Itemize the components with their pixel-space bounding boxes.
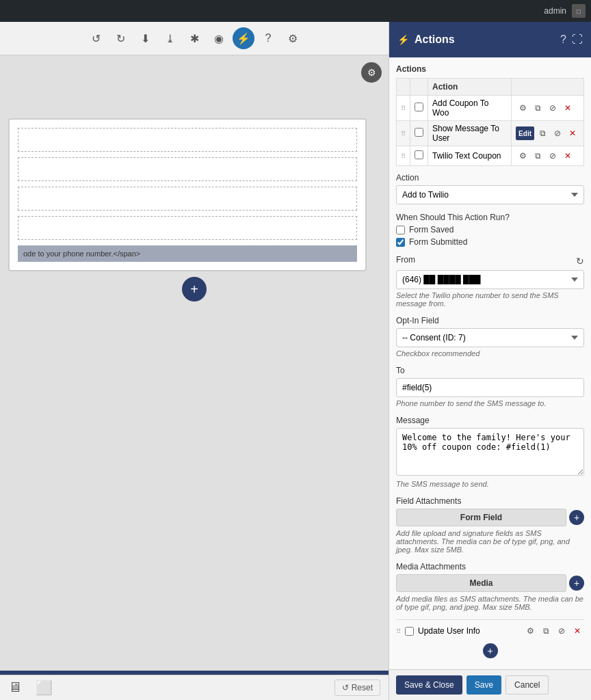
save-button[interactable]: ⬇ bbox=[134, 27, 156, 49]
row1-delete-icon[interactable]: ✕ bbox=[561, 101, 575, 115]
from-header: From ↻ bbox=[396, 255, 584, 267]
panel-header: ⚡ Actions ? ⛶ bbox=[389, 22, 591, 57]
action-select[interactable]: Add to Twilio Send Email Add Coupon To W… bbox=[396, 185, 584, 204]
actions-button[interactable]: ⚡ bbox=[233, 27, 254, 49]
opt-in-field-group: Opt-In Field -- Consent (ID: 7) None Che… bbox=[396, 316, 584, 358]
row2-copy-icon[interactable]: ⧉ bbox=[536, 126, 549, 140]
desktop-icon[interactable]: 🖥 bbox=[8, 679, 22, 696]
row3-copy-icon[interactable]: ⧉ bbox=[531, 149, 544, 163]
admin-label: admin bbox=[544, 6, 566, 16]
row2-checkbox[interactable] bbox=[415, 128, 423, 137]
canvas-content: ⚙ ode to your phone number.</span> + bbox=[0, 55, 389, 671]
form-submitted-label: Form Submitted bbox=[409, 237, 467, 247]
panel-header-icons: ? ⛶ bbox=[560, 33, 583, 46]
to-label: To bbox=[396, 366, 584, 375]
update-user-checkbox[interactable] bbox=[405, 627, 414, 636]
footer-icons: 🖥 ⬜ bbox=[8, 679, 53, 696]
actions-panel: ⚡ Actions ? ⛶ Actions Action bbox=[389, 22, 591, 700]
row3-checkbox[interactable] bbox=[415, 150, 423, 159]
to-input[interactable] bbox=[396, 378, 584, 397]
cancel-button-panel[interactable]: Cancel bbox=[505, 675, 549, 695]
settings-button[interactable]: ✱ bbox=[183, 27, 205, 49]
update-user-label: Update User Info bbox=[418, 626, 519, 636]
field-attachments-hint: Add file upload and signature fields as … bbox=[396, 529, 584, 554]
from-field-group: From ↻ (646) ██ ████ ███ Select the Twil… bbox=[396, 255, 584, 308]
form-saved-checkbox[interactable] bbox=[396, 226, 405, 234]
row3-delete-icon[interactable]: ✕ bbox=[561, 149, 575, 163]
panel-expand-icon[interactable]: ⛶ bbox=[572, 33, 583, 46]
help-button[interactable]: ? bbox=[257, 27, 279, 49]
window-icon[interactable]: □ bbox=[572, 4, 586, 18]
text-content-block: ode to your phone number.</span> bbox=[18, 245, 357, 262]
add-element-button[interactable]: + bbox=[182, 277, 207, 301]
message-textarea[interactable]: Welcome to the family! Here's your 10% o… bbox=[396, 428, 584, 476]
row2-checkbox-cell bbox=[410, 121, 428, 146]
media-button[interactable]: Media bbox=[396, 574, 566, 592]
row-handle-bottom[interactable]: ⠿ bbox=[396, 628, 401, 635]
row1-actions: ⚙ ⧉ ⊘ ✕ bbox=[512, 96, 584, 121]
field-attachments-label: Field Attachments bbox=[396, 496, 584, 506]
row2-disable-icon[interactable]: ⊘ bbox=[551, 126, 564, 140]
update-disable-icon[interactable]: ⊘ bbox=[555, 624, 568, 638]
opt-in-hint: Checkbox recommended bbox=[396, 349, 584, 358]
preferences-button[interactable]: ⚙ bbox=[282, 27, 304, 49]
section-actions-label: Actions bbox=[396, 64, 584, 74]
row2-label: Show Message To User bbox=[428, 121, 512, 146]
col-checkbox bbox=[410, 79, 428, 96]
row1-checkbox[interactable] bbox=[415, 103, 423, 111]
row1-label: Add Coupon To Woo bbox=[428, 96, 512, 121]
row3-disable-icon[interactable]: ⊘ bbox=[546, 149, 560, 163]
form-block-3 bbox=[18, 187, 357, 211]
row1-disable-icon[interactable]: ⊘ bbox=[546, 101, 560, 115]
update-settings-icon[interactable]: ⚙ bbox=[523, 624, 537, 638]
publish-button[interactable]: ⤓ bbox=[159, 27, 181, 49]
save-button-panel[interactable]: Save bbox=[467, 675, 501, 695]
footer-bar: 🖥 ⬜ ↺ Reset bbox=[0, 675, 389, 700]
row3-settings-icon[interactable]: ⚙ bbox=[516, 149, 529, 163]
row1-copy-icon[interactable]: ⧉ bbox=[531, 101, 544, 115]
row2-delete-icon[interactable]: ✕ bbox=[566, 126, 579, 140]
form-block-4 bbox=[18, 216, 357, 240]
action-row-3: ⠿ Twilio Text Coupon ⚙ ⧉ ⊘ ✕ bbox=[397, 146, 584, 166]
panel-help-icon[interactable]: ? bbox=[560, 33, 566, 46]
row3-checkbox-cell bbox=[410, 146, 428, 166]
add-action-btn[interactable]: + bbox=[483, 643, 498, 658]
when-run-label: When Should This Action Run? bbox=[396, 213, 584, 222]
opt-in-select[interactable]: -- Consent (ID: 7) None bbox=[396, 328, 584, 347]
media-attachments-add-btn[interactable]: + bbox=[569, 576, 584, 591]
row1-settings-icon[interactable]: ⚙ bbox=[516, 101, 529, 115]
field-attachments-add-btn[interactable]: + bbox=[569, 510, 584, 525]
top-bar: admin □ bbox=[0, 0, 591, 22]
reset-button[interactable]: ↺ Reset bbox=[334, 679, 380, 696]
panel-body: Actions Action ⠿ bbox=[389, 57, 591, 669]
save-close-button[interactable]: Save & Close bbox=[396, 675, 462, 695]
row2-handle[interactable]: ⠿ bbox=[397, 121, 410, 146]
update-user-icons: ⚙ ⧉ ⊘ ✕ bbox=[523, 624, 584, 638]
form-container: ode to your phone number.</span> bbox=[8, 118, 367, 271]
form-saved-label: Form Saved bbox=[409, 225, 454, 234]
message-field-group: Message Welcome to the family! Here's yo… bbox=[396, 416, 584, 488]
form-block-2 bbox=[18, 157, 357, 181]
panel-title-icon: ⚡ bbox=[397, 34, 409, 45]
form-submitted-checkbox[interactable] bbox=[396, 238, 405, 247]
row1-handle[interactable]: ⠿ bbox=[397, 96, 410, 121]
row3-actions: ⚙ ⧉ ⊘ ✕ bbox=[512, 146, 584, 166]
update-delete-icon[interactable]: ✕ bbox=[570, 624, 584, 638]
from-refresh-icon[interactable]: ↻ bbox=[576, 256, 584, 267]
redo-button[interactable]: ↻ bbox=[109, 27, 131, 49]
message-hint: The SMS message to send. bbox=[396, 480, 584, 488]
undo-button[interactable]: ↺ bbox=[85, 27, 107, 49]
form-field-button[interactable]: Form Field bbox=[396, 509, 566, 526]
media-attachments-hint: Add media files as SMS attachments. The … bbox=[396, 595, 584, 611]
update-copy-icon[interactable]: ⧉ bbox=[539, 624, 553, 638]
canvas-area: ↺ ↻ ⬇ ⤓ ✱ ◉ ⚡ ? ⚙ ⚙ ode to your phone nu… bbox=[0, 22, 389, 700]
row3-handle[interactable]: ⠿ bbox=[397, 146, 410, 166]
canvas-settings-gear[interactable]: ⚙ bbox=[361, 62, 382, 83]
panel-footer: Save & Close Save Cancel bbox=[389, 669, 591, 700]
layers-button[interactable]: ◉ bbox=[208, 27, 230, 49]
row2-edit-btn[interactable]: Edit bbox=[516, 126, 534, 140]
field-attachments-row: Form Field + bbox=[396, 509, 584, 526]
tablet-icon[interactable]: ⬜ bbox=[36, 679, 53, 696]
media-attachments-label: Media Attachments bbox=[396, 562, 584, 571]
from-select[interactable]: (646) ██ ████ ███ bbox=[396, 270, 584, 289]
